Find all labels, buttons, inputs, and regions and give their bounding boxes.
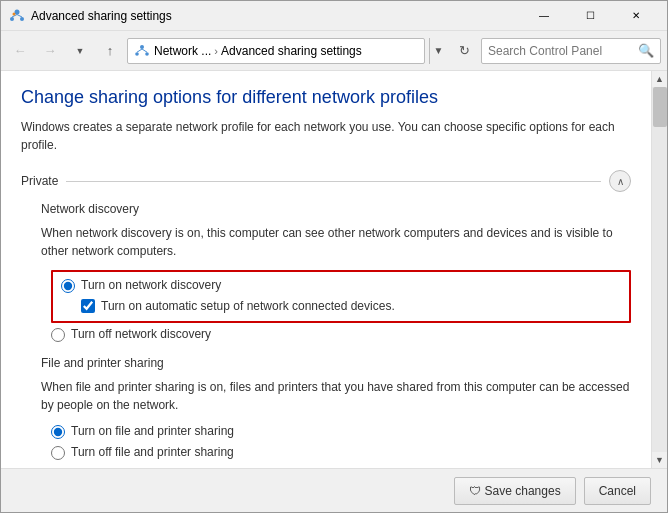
radio-label-turn-off-discovery: Turn off network discovery [71, 327, 211, 341]
radio-label-turn-on-discovery: Turn on network discovery [81, 278, 221, 292]
shield-icon: 🛡 [469, 484, 481, 498]
subsection-title-file-printer: File and printer sharing [41, 356, 631, 370]
breadcrumb-part2: Advanced sharing settings [221, 44, 362, 58]
scrollbar-thumb[interactable] [653, 87, 667, 127]
svg-point-2 [20, 17, 24, 21]
option-turn-on-discovery: Turn on network discovery [61, 278, 621, 293]
page-description: Windows creates a separate network profi… [21, 118, 631, 154]
address-box[interactable]: Network ... › Advanced sharing settings [127, 38, 425, 64]
footer: 🛡 Save changes Cancel [1, 468, 667, 512]
svg-point-1 [10, 17, 14, 21]
main-content: Change sharing options for different net… [1, 71, 651, 468]
app-icon [9, 8, 25, 24]
close-button[interactable]: ✕ [613, 1, 659, 31]
subsection-desc-file-printer: When file and printer sharing is on, fil… [41, 378, 631, 414]
svg-point-8 [145, 52, 149, 56]
radio-turn-off-sharing[interactable] [51, 446, 65, 460]
forward-button[interactable]: → [37, 38, 63, 64]
up-button[interactable]: ↑ [97, 38, 123, 64]
address-dropdown-button[interactable]: ▼ [429, 38, 447, 64]
cancel-label: Cancel [599, 484, 636, 498]
page-title: Change sharing options for different net… [21, 87, 631, 108]
subsection-file-printer-sharing: File and printer sharing When file and p… [21, 356, 631, 460]
svg-line-9 [137, 49, 142, 52]
section-divider-private [66, 181, 601, 182]
breadcrumb-separator: › [214, 45, 218, 57]
radio-turn-off-discovery[interactable] [51, 328, 65, 342]
scroll-up-arrow[interactable]: ▲ [652, 71, 668, 87]
back-button[interactable]: ← [7, 38, 33, 64]
option-turn-on-sharing: Turn on file and printer sharing [51, 424, 631, 439]
radio-turn-on-sharing[interactable] [51, 425, 65, 439]
subsection-network-discovery: Network discovery When network discovery… [21, 202, 631, 342]
section-label-private: Private [21, 174, 58, 188]
content-area: Change sharing options for different net… [1, 71, 667, 468]
svg-line-10 [142, 49, 147, 52]
window-title: Advanced sharing settings [31, 9, 521, 23]
minimize-button[interactable]: — [521, 1, 567, 31]
section-collapse-private[interactable]: ∧ [609, 170, 631, 192]
option-turn-off-sharing: Turn off file and printer sharing [51, 445, 631, 460]
radio-options-discovery: Turn on network discovery Turn on automa… [41, 270, 631, 342]
save-button[interactable]: 🛡 Save changes [454, 477, 576, 505]
scroll-down-arrow[interactable]: ▼ [652, 452, 668, 468]
subsection-desc-network-discovery: When network discovery is on, this compu… [41, 224, 631, 260]
title-bar: Advanced sharing settings — ☐ ✕ [1, 1, 667, 31]
radio-options-sharing: Turn on file and printer sharing Turn of… [41, 424, 631, 460]
scrollbar-track[interactable] [652, 87, 667, 452]
search-input[interactable] [488, 44, 638, 58]
breadcrumb-part1: Network ... [154, 44, 211, 58]
refresh-button[interactable]: ↻ [451, 38, 477, 64]
checkbox-label-auto-setup: Turn on automatic setup of network conne… [101, 299, 395, 313]
recent-locations-button[interactable]: ▼ [67, 38, 93, 64]
radio-label-turn-on-sharing: Turn on file and printer sharing [71, 424, 234, 438]
search-button[interactable]: 🔍 [638, 42, 654, 60]
section-private: Private ∧ Network discovery When network… [21, 170, 631, 460]
window-controls: — ☐ ✕ [521, 1, 659, 31]
address-bar: ← → ▼ ↑ Network ... › Advanced sharing s… [1, 31, 667, 71]
subsection-title-network-discovery: Network discovery [41, 202, 631, 216]
svg-line-4 [17, 14, 22, 17]
radio-turn-on-discovery[interactable] [61, 279, 75, 293]
save-label: Save changes [485, 484, 561, 498]
checkbox-auto-setup[interactable] [81, 299, 95, 313]
option-auto-setup: Turn on automatic setup of network conne… [61, 299, 621, 313]
search-box[interactable]: 🔍 [481, 38, 661, 64]
option-highlight-box: Turn on network discovery Turn on automa… [51, 270, 631, 323]
maximize-button[interactable]: ☐ [567, 1, 613, 31]
svg-point-7 [135, 52, 139, 56]
section-header-private: Private ∧ [21, 170, 631, 192]
cancel-button[interactable]: Cancel [584, 477, 651, 505]
option-turn-off-discovery: Turn off network discovery [51, 327, 631, 342]
breadcrumb-icon [134, 43, 150, 59]
svg-point-6 [140, 45, 144, 49]
window: Advanced sharing settings — ☐ ✕ ← → ▼ ↑ … [0, 0, 668, 513]
svg-point-5 [13, 12, 16, 15]
radio-label-turn-off-sharing: Turn off file and printer sharing [71, 445, 234, 459]
scrollbar: ▲ ▼ [651, 71, 667, 468]
